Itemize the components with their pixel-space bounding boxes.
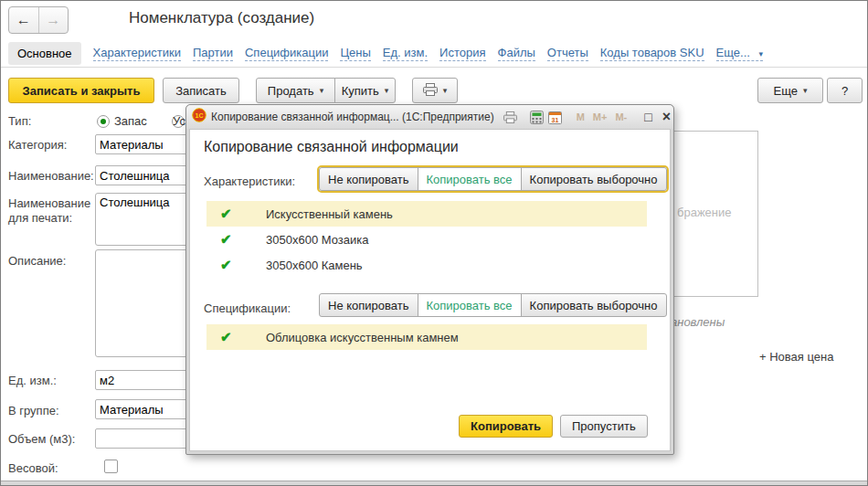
tab-batches[interactable]: Партии — [193, 46, 233, 61]
printer-icon[interactable] — [503, 108, 517, 126]
category-input[interactable] — [95, 134, 190, 154]
list-item[interactable]: ✔ 3050х600 Камень — [206, 252, 647, 278]
characteristics-copy-mode-group: Не копировать Копировать все Копировать … — [317, 165, 669, 193]
close-button[interactable]: × — [660, 109, 673, 125]
forward-icon: → — [46, 12, 60, 28]
printer-icon — [423, 83, 438, 99]
specifications-dont-copy-button[interactable]: Не копировать — [319, 293, 418, 317]
svg-text:1С: 1С — [196, 112, 204, 119]
page-title: Номенклатура (создание) — [129, 9, 314, 27]
chevron-down-icon: ▾ — [803, 86, 808, 95]
tab-prices[interactable]: Цены — [340, 46, 370, 61]
name-input[interactable] — [95, 165, 190, 185]
tab-sku-codes[interactable]: Коды товаров SKU — [600, 46, 704, 61]
save-and-close-button[interactable]: Записать и закрыть — [8, 78, 154, 103]
unit-label: Ед. изм.: — [8, 374, 57, 387]
prices-note-text: ановлены — [671, 315, 725, 329]
characteristics-copy-selectively-button[interactable]: Копировать выборочно — [521, 167, 667, 191]
tab-more[interactable]: Еще... ▾ — [716, 46, 763, 61]
check-icon: ✔ — [220, 206, 238, 222]
tab-reports[interactable]: Отчеты — [547, 46, 588, 61]
calendar-icon[interactable]: 31 — [548, 108, 562, 126]
name-label: Наименование: — [8, 169, 94, 183]
tabbar-divider — [1, 67, 867, 68]
copy-related-info-dialog: 1С Копирование связанной информац... (1С… — [185, 104, 674, 455]
save-button[interactable]: Записать — [163, 78, 239, 103]
svg-text:31: 31 — [551, 116, 558, 122]
group-label: В группе: — [8, 404, 59, 417]
window-bottom-edge — [1, 481, 867, 485]
dialog-heading: Копирование связанной информации — [204, 139, 459, 155]
item-label: Искусственный камень — [266, 207, 393, 221]
type-radio-service-label: Ус — [173, 114, 185, 128]
list-item[interactable]: ✔ 3050х600 Мозаика — [206, 227, 647, 252]
print-menu-button[interactable]: ▾ — [412, 78, 458, 103]
list-item[interactable]: ✔ Облицовка искусственным камнем — [206, 324, 647, 350]
chevron-down-icon: ▾ — [759, 49, 764, 58]
check-icon: ✔ — [220, 257, 238, 273]
dialog-title: Копирование связанной информац... (1С:Пр… — [211, 111, 494, 123]
tab-history[interactable]: История — [439, 46, 485, 61]
check-icon: ✔ — [220, 329, 238, 345]
print-name-label: Наименование для печати: — [8, 196, 92, 226]
new-price-link[interactable]: + Новая цена — [759, 350, 833, 364]
tab-main[interactable]: Основное — [8, 42, 81, 65]
buy-button[interactable]: Купить▾ — [334, 78, 396, 103]
specifications-copy-mode-group: Не копировать Копировать все Копировать … — [317, 291, 669, 319]
chevron-down-icon: ▾ — [385, 86, 389, 95]
back-icon: ← — [16, 12, 31, 28]
volume-input[interactable] — [95, 428, 190, 449]
more-actions-button[interactable]: Еще▾ — [757, 78, 823, 103]
description-textarea[interactable] — [95, 249, 190, 357]
dialog-button-row: Копировать Пропустить — [459, 415, 648, 438]
characteristics-label: Характеристики: — [204, 174, 295, 188]
characteristics-copy-all-button[interactable]: Копировать все — [418, 167, 522, 191]
print-name-textarea[interactable]: Столешница — [95, 193, 190, 246]
item-label: 3050х600 Камень — [266, 259, 363, 272]
calculator-icon[interactable] — [530, 108, 544, 126]
forward-button[interactable]: → — [39, 7, 69, 33]
type-label: Тип: — [8, 114, 31, 128]
chevron-down-icon: ▾ — [443, 86, 448, 95]
memory-mminus-button[interactable]: M- — [613, 111, 629, 122]
dialog-titlebar[interactable]: 1С Копирование связанной информац... (1С… — [186, 105, 673, 129]
sell-button[interactable]: Продать▾ — [256, 78, 335, 103]
help-button[interactable]: ? — [827, 78, 863, 103]
weight-checkbox[interactable] — [104, 460, 118, 473]
tab-units[interactable]: Ед. изм. — [383, 46, 428, 61]
type-radio-stock-label: Запас — [114, 114, 147, 128]
description-label: Описание: — [8, 254, 66, 268]
chevron-down-icon: ▾ — [320, 86, 324, 95]
image-placeholder-text: бражение — [677, 206, 732, 219]
memory-mplus-button[interactable]: M+ — [591, 111, 609, 122]
tab-bar: Основное Характеристики Партии Специфика… — [8, 42, 763, 65]
unit-input[interactable] — [95, 370, 190, 390]
tab-specifications[interactable]: Спецификации — [245, 46, 329, 61]
sell-buy-group: Продать▾ Купить▾ — [256, 78, 396, 103]
volume-label: Объем (м3): — [8, 432, 75, 446]
memory-m-button[interactable]: M — [575, 111, 587, 122]
tab-characteristics[interactable]: Характеристики — [93, 46, 181, 61]
check-icon: ✔ — [220, 231, 238, 248]
maximize-button[interactable]: □ — [641, 110, 654, 124]
specifications-copy-selectively-button[interactable]: Копировать выборочно — [521, 293, 667, 317]
specifications-label: Спецификации: — [204, 301, 291, 315]
item-label: Облицовка искусственным камнем — [266, 331, 459, 344]
back-button[interactable]: ← — [9, 7, 39, 33]
characteristics-dont-copy-button[interactable]: Не копировать — [319, 167, 418, 191]
main-window: ← → Номенклатура (создание) Основное Хар… — [0, 0, 868, 486]
list-item[interactable]: ✔ Искусственный камень — [206, 201, 647, 227]
skip-button[interactable]: Пропустить — [560, 415, 648, 438]
1c-logo-icon: 1С — [192, 108, 206, 126]
type-radio-stock[interactable] — [97, 115, 110, 128]
tab-files[interactable]: Файлы — [498, 46, 535, 61]
category-label: Категория: — [8, 138, 67, 152]
weight-label: Весовой: — [8, 461, 58, 475]
dialog-body: Копирование связанной информации Характе… — [189, 129, 671, 451]
nav-history-buttons: ← → — [8, 6, 69, 34]
item-label: 3050х600 Мозаика — [266, 233, 368, 247]
copy-button[interactable]: Копировать — [459, 415, 553, 438]
group-input[interactable] — [95, 399, 190, 419]
specifications-copy-all-button[interactable]: Копировать все — [418, 293, 522, 317]
